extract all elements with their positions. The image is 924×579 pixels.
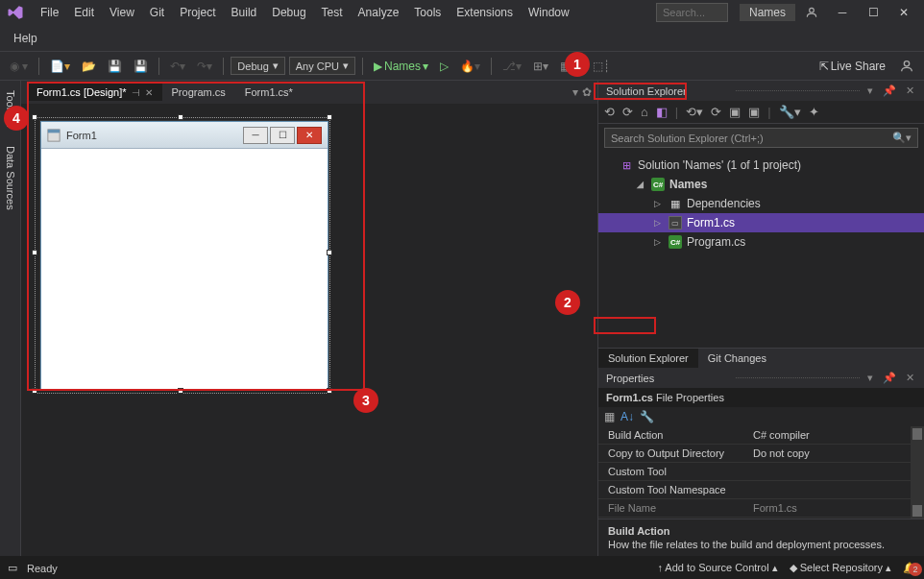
menu-view[interactable]: View <box>102 6 142 19</box>
refresh-icon[interactable]: ⟳ <box>711 105 721 119</box>
save-button[interactable]: 💾 <box>104 58 126 75</box>
menu-debug[interactable]: Debug <box>264 6 313 19</box>
start-no-debug-button[interactable]: ▷ <box>436 58 452 75</box>
property-row[interactable]: Custom Tool Namespace <box>598 481 924 499</box>
save-all-button[interactable]: 💾 <box>130 58 152 75</box>
close-button[interactable]: ✕ <box>889 2 918 23</box>
step-button[interactable]: ⎇▾ <box>498 58 525 75</box>
alphabetical-icon[interactable]: A↓ <box>620 410 634 423</box>
winform-titlebar: Form1 ─ ☐ ✕ <box>41 122 328 149</box>
feedback-icon[interactable] <box>895 57 918 76</box>
new-item-button[interactable]: 📄▾ <box>46 58 74 75</box>
tb-icon[interactable]: ⊞▾ <box>529 58 552 75</box>
chevron-right-icon[interactable]: ▷ <box>654 237 664 247</box>
design-surface[interactable]: Form1 ─ ☐ ✕ <box>21 104 597 556</box>
live-share-button[interactable]: ⇱ Live Share <box>815 58 889 75</box>
property-row[interactable]: Copy to Output DirectoryDo not copy <box>598 445 924 463</box>
tab-program[interactable]: Program.cs <box>162 84 235 101</box>
property-row[interactable]: Full PathC:\Users\thrak\source\repos\N <box>598 518 924 519</box>
winform-close-button[interactable]: ✕ <box>297 127 322 144</box>
winform-preview[interactable]: Form1 ─ ☐ ✕ <box>40 121 328 390</box>
close-icon[interactable]: ✕ <box>904 84 916 97</box>
tab-form-code[interactable]: Form1.cs* <box>235 84 303 101</box>
solution-search[interactable]: Search Solution Explorer (Ctrl+;) 🔍▾ <box>604 128 918 148</box>
tree-solution[interactable]: ⊞ Solution 'Names' (1 of 1 project) <box>598 156 924 175</box>
dependencies-icon: ▦ <box>669 197 682 210</box>
winform-caption: Form1 <box>66 130 243 141</box>
hot-reload-icon[interactable]: 🔥▾ <box>456 58 484 75</box>
minimize-button[interactable]: ─ <box>828 2 857 23</box>
right-panel: Solution Explorer ▾ 📌 ✕ ⟲ ⟳ ⌂ ◧ | ⟲▾ ⟳ ▣… <box>597 81 924 556</box>
close-icon[interactable]: ✕ <box>904 372 916 384</box>
open-button[interactable]: 📂 <box>78 58 100 75</box>
property-row[interactable]: Custom Tool <box>598 463 924 481</box>
menu-file[interactable]: File <box>33 6 66 19</box>
wrench-icon[interactable]: 🔧 <box>640 410 654 423</box>
pin-icon[interactable]: ⊣ <box>132 87 140 98</box>
pin-icon[interactable]: 📌 <box>881 84 898 97</box>
forward-icon[interactable]: ⟳ <box>622 105 633 119</box>
tree-dependencies[interactable]: ▷ ▦ Dependencies <box>598 194 924 213</box>
menu-project[interactable]: Project <box>172 6 223 19</box>
config-dropdown[interactable]: Debug ▾ <box>231 57 284 75</box>
menu-tools[interactable]: Tools <box>406 6 449 19</box>
add-source-control[interactable]: ↑ Add to Source Control ▴ <box>657 562 777 574</box>
property-row[interactable]: File NameForm1.cs <box>598 499 924 518</box>
preview-icon[interactable]: ✦ <box>809 105 819 119</box>
close-icon[interactable]: ✕ <box>145 87 153 98</box>
notifications-icon[interactable]: 🔔2 <box>903 562 916 574</box>
tree-project[interactable]: ◢ C# Names <box>598 175 924 194</box>
properties-header: Properties ▾ 📌 ✕ <box>598 368 924 388</box>
pin-icon[interactable]: 📌 <box>881 372 898 384</box>
property-row[interactable]: Build ActionC# compiler <box>598 426 924 445</box>
left-rail: Toolbox Data Sources <box>0 81 21 556</box>
editor-area: Form1.cs [Design]* ⊣ ✕ Program.cs Form1.… <box>21 81 597 556</box>
scrollbar[interactable] <box>911 426 924 519</box>
menu-build[interactable]: Build <box>224 6 265 19</box>
start-button[interactable]: ▶ Names ▾ <box>370 58 432 75</box>
home-icon[interactable]: ⌂ <box>641 105 648 119</box>
menu-help[interactable]: Help <box>6 32 45 45</box>
output-icon[interactable]: ▭ <box>8 562 17 574</box>
select-repository[interactable]: ◆ Select Repository ▴ <box>790 562 891 574</box>
show-all-icon[interactable]: ▣ <box>748 105 760 119</box>
back-button[interactable]: ◉ ▾ <box>6 58 32 75</box>
switch-view-icon[interactable]: ◧ <box>656 105 668 119</box>
winform-max-button[interactable]: ☐ <box>270 127 295 144</box>
categorized-icon[interactable]: ▦ <box>604 410 615 423</box>
right-panel-tabs: Solution Explorer Git Changes <box>598 348 924 368</box>
chevron-down-icon[interactable]: ◢ <box>637 180 646 189</box>
back-icon[interactable]: ⟲ <box>604 105 615 119</box>
chevron-right-icon[interactable]: ▷ <box>654 218 664 228</box>
redo-button[interactable]: ↷▾ <box>193 58 216 75</box>
menu-test[interactable]: Test <box>314 6 351 19</box>
properties-subject: Form1.cs File Properties <box>598 388 924 407</box>
dropdown-icon[interactable]: ▾ <box>865 84 875 97</box>
sync-icon[interactable]: ⟲▾ <box>686 105 703 119</box>
chevron-right-icon[interactable]: ▷ <box>654 199 664 208</box>
menu-window[interactable]: Window <box>521 6 577 19</box>
menu-edit[interactable]: Edit <box>66 6 102 19</box>
menu-analyze[interactable]: Analyze <box>351 6 407 19</box>
platform-dropdown[interactable]: Any CPU ▾ <box>289 57 355 75</box>
menu-git[interactable]: Git <box>142 6 172 19</box>
user-icon[interactable] <box>797 2 826 23</box>
collapse-icon[interactable]: ▣ <box>729 105 741 119</box>
undo-button[interactable]: ↶▾ <box>166 58 189 75</box>
tree-form1[interactable]: ▷ ▭ Form1.cs <box>598 213 924 232</box>
tree-program[interactable]: ▷ C# Program.cs <box>598 232 924 252</box>
data-sources-tab[interactable]: Data Sources <box>3 140 18 216</box>
tab-solution-explorer[interactable]: Solution Explorer <box>598 349 698 368</box>
maximize-button[interactable]: ☐ <box>859 2 888 23</box>
tab-overflow-button[interactable]: ▾ <box>572 85 578 99</box>
dropdown-icon[interactable]: ▾ <box>865 372 875 384</box>
tab-form-design[interactable]: Form1.cs [Design]* ⊣ ✕ <box>27 84 162 101</box>
tab-settings-icon[interactable]: ✿ <box>582 85 592 99</box>
tb-icon[interactable]: ⬚┊ <box>589 58 614 75</box>
search-input[interactable] <box>656 3 728 22</box>
winform-min-button[interactable]: ─ <box>243 127 268 144</box>
solution-icon: ⊞ <box>620 158 633 172</box>
tab-git-changes[interactable]: Git Changes <box>698 349 776 368</box>
menu-extensions[interactable]: Extensions <box>449 6 521 19</box>
properties-icon[interactable]: 🔧▾ <box>779 105 801 119</box>
